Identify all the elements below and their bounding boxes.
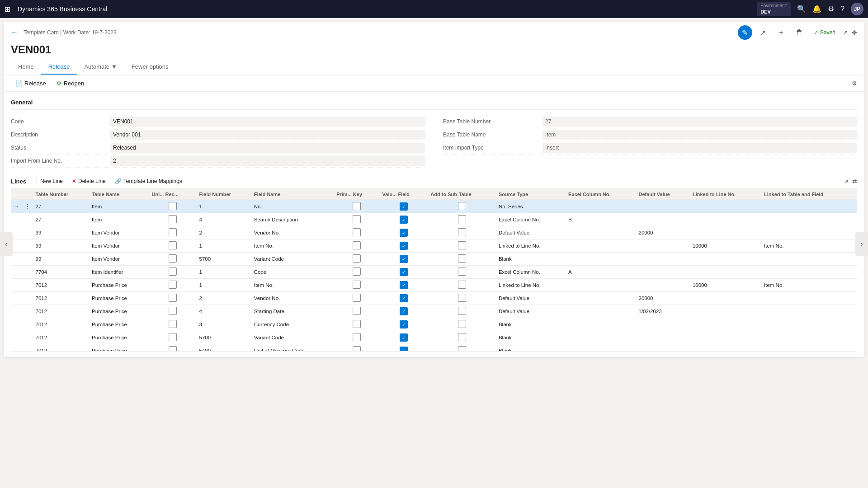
- settings-icon[interactable]: ⚙: [828, 5, 834, 13]
- cell-uni-rec[interactable]: [149, 279, 197, 292]
- cell-valu-field[interactable]: ✓: [380, 226, 428, 239]
- checkbox[interactable]: [353, 254, 361, 263]
- cell-prim-key[interactable]: [334, 318, 379, 331]
- table-row[interactable]: →⋮27Item1No.✓No. Series: [11, 200, 857, 213]
- checkbox[interactable]: [458, 228, 466, 236]
- checkbox[interactable]: ✓: [400, 242, 408, 250]
- cell-add-sub[interactable]: [428, 331, 496, 344]
- checkbox[interactable]: [169, 254, 177, 263]
- import-from-line-value[interactable]: 2: [110, 156, 425, 166]
- cell-uni-rec[interactable]: [149, 318, 197, 331]
- share-button[interactable]: ↗: [756, 25, 770, 40]
- checkbox[interactable]: [458, 254, 466, 263]
- help-icon[interactable]: ?: [840, 5, 844, 13]
- checkbox[interactable]: [169, 267, 177, 276]
- delete-button[interactable]: 🗑: [792, 25, 807, 40]
- cell-prim-key[interactable]: [334, 213, 379, 226]
- cell-add-sub[interactable]: [428, 253, 496, 266]
- cell-prim-key[interactable]: [334, 226, 379, 239]
- cell-uni-rec[interactable]: [149, 305, 197, 318]
- checkbox[interactable]: [169, 320, 177, 328]
- table-row[interactable]: 7012Purchase Price2Vendor No.✓Default Va…: [11, 292, 857, 305]
- description-value[interactable]: Vendor 001: [110, 130, 425, 140]
- checkbox[interactable]: [353, 281, 361, 289]
- cell-prim-key[interactable]: [334, 200, 379, 213]
- row-more-icon[interactable]: ⋮: [25, 204, 30, 209]
- cell-add-sub[interactable]: [428, 344, 496, 352]
- checkbox[interactable]: ✓: [400, 333, 408, 342]
- checkbox[interactable]: [169, 281, 177, 289]
- cell-prim-key[interactable]: [334, 292, 379, 305]
- tab-automate[interactable]: Automate ▼: [77, 60, 124, 75]
- cell-add-sub[interactable]: [428, 226, 496, 239]
- checkbox[interactable]: ✓: [400, 268, 408, 276]
- settings-inline-icon[interactable]: ⚙: [852, 80, 857, 87]
- table-row[interactable]: 7012Purchase Price5700Variant Code✓Blank: [11, 331, 857, 344]
- table-row[interactable]: 7012Purchase Price1Item No.✓Linked to Li…: [11, 279, 857, 292]
- cell-uni-rec[interactable]: [149, 253, 197, 266]
- checkbox[interactable]: [169, 228, 177, 236]
- checkbox[interactable]: [353, 320, 361, 328]
- checkbox[interactable]: [458, 307, 466, 315]
- cell-prim-key[interactable]: [334, 305, 379, 318]
- checkbox[interactable]: [353, 267, 361, 276]
- cell-valu-field[interactable]: ✓: [380, 344, 428, 352]
- cell-valu-field[interactable]: ✓: [380, 266, 428, 279]
- cell-valu-field[interactable]: ✓: [380, 200, 428, 213]
- checkbox[interactable]: [458, 281, 466, 289]
- checkbox[interactable]: [353, 241, 361, 249]
- cell-uni-rec[interactable]: [149, 344, 197, 352]
- cell-valu-field[interactable]: ✓: [380, 279, 428, 292]
- checkbox[interactable]: ✓: [400, 347, 408, 352]
- checkbox[interactable]: [169, 333, 177, 341]
- table-row[interactable]: 99Item Vendor2Vendor No.✓Default Value20…: [11, 226, 857, 239]
- tab-home[interactable]: Home: [11, 60, 41, 75]
- checkbox[interactable]: [353, 333, 361, 341]
- code-value[interactable]: VEN001: [110, 117, 425, 127]
- app-grid-icon[interactable]: ⊞: [5, 5, 10, 14]
- checkbox[interactable]: [169, 215, 177, 223]
- checkbox[interactable]: [169, 202, 177, 210]
- cell-add-sub[interactable]: [428, 266, 496, 279]
- cell-prim-key[interactable]: [334, 266, 379, 279]
- open-lines-icon[interactable]: ↗: [844, 178, 849, 185]
- cell-add-sub[interactable]: [428, 200, 496, 213]
- reopen-button[interactable]: ⟳ Reopen: [52, 78, 89, 89]
- back-button[interactable]: ←: [11, 28, 18, 37]
- checkbox[interactable]: ✓: [400, 294, 408, 302]
- checkbox[interactable]: ✓: [400, 216, 408, 224]
- nav-prev-button[interactable]: ‹: [0, 232, 13, 256]
- checkbox[interactable]: ✓: [400, 202, 408, 211]
- checkbox[interactable]: [169, 294, 177, 302]
- cell-prim-key[interactable]: [334, 344, 379, 352]
- cell-uni-rec[interactable]: [149, 213, 197, 226]
- checkbox[interactable]: ✓: [400, 255, 408, 263]
- search-icon[interactable]: 🔍: [797, 5, 806, 13]
- cell-uni-rec[interactable]: [149, 292, 197, 305]
- cell-valu-field[interactable]: ✓: [380, 292, 428, 305]
- cell-valu-field[interactable]: ✓: [380, 331, 428, 344]
- checkbox[interactable]: ✓: [400, 320, 408, 328]
- edit-button[interactable]: ✎: [738, 25, 752, 40]
- table-row[interactable]: 7012Purchase Price3Currency Code✓Blank: [11, 318, 857, 331]
- table-row[interactable]: 7704Item Identifier1Code✓Excel Column No…: [11, 266, 857, 279]
- cell-add-sub[interactable]: [428, 305, 496, 318]
- checkbox[interactable]: [458, 333, 466, 341]
- table-row[interactable]: 27Item4Search Description✓Excel Column N…: [11, 213, 857, 226]
- add-button[interactable]: +: [774, 25, 788, 40]
- template-line-mappings-button[interactable]: 🔗 Template Line Mappings: [111, 177, 186, 186]
- cell-uni-rec[interactable]: [149, 266, 197, 279]
- checkbox[interactable]: [353, 202, 361, 210]
- checkbox[interactable]: [458, 267, 466, 276]
- cell-uni-rec[interactable]: [149, 239, 197, 253]
- cell-valu-field[interactable]: ✓: [380, 305, 428, 318]
- cell-add-sub[interactable]: [428, 239, 496, 253]
- checkbox[interactable]: [353, 307, 361, 315]
- checkbox[interactable]: [169, 307, 177, 315]
- tab-release[interactable]: Release: [41, 60, 77, 75]
- checkbox[interactable]: [458, 215, 466, 223]
- new-line-button[interactable]: + New Line: [32, 177, 66, 186]
- checkbox[interactable]: [458, 294, 466, 302]
- status-value[interactable]: Released: [110, 143, 425, 153]
- checkbox[interactable]: [458, 320, 466, 328]
